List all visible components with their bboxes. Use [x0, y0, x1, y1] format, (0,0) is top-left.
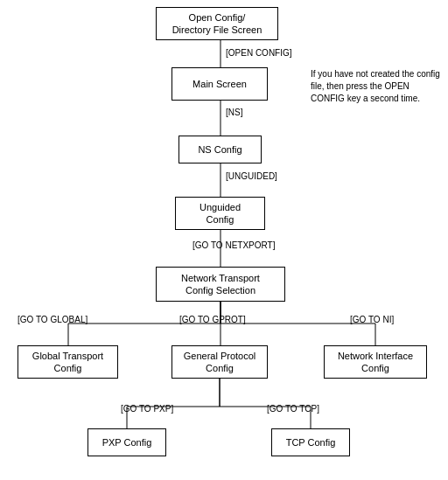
note-text: If you have not created the config file,… — [311, 68, 440, 105]
go-gprot-label: [GO TO GPROT] — [179, 315, 246, 324]
go-netxport-label: [GO TO NETXPORT] — [192, 240, 275, 250]
general-protocol-node: General Protocol Config — [172, 345, 268, 379]
tcp-config-node: TCP Config — [271, 428, 350, 456]
global-transport-node: Global Transport Config — [18, 345, 118, 379]
pxp-config-node: PXP Config — [88, 428, 166, 456]
go-ni-label: [GO TO NI] — [350, 315, 394, 324]
main-screen-node: Main Screen — [172, 67, 268, 101]
go-global-label: [GO TO GLOBAL] — [18, 315, 88, 324]
go-pxp-label: [GO TO PXP] — [121, 404, 173, 414]
go-tcp-label: [GO TO TCP] — [267, 404, 319, 414]
network-interface-node: Network Interface Config — [324, 345, 427, 379]
open-config-label: [OPEN CONFIG] — [226, 48, 292, 58]
diagram: Open Config/ Directory File Screen [OPEN… — [0, 0, 448, 480]
unguided-label: [UNGUIDED] — [226, 171, 277, 181]
network-transport-node: Network Transport Config Selection — [156, 267, 285, 302]
ns-label: [NS] — [226, 108, 242, 117]
ns-config-node: NS Config — [178, 136, 262, 163]
open-config-node: Open Config/ Directory File Screen — [156, 7, 278, 40]
unguided-config-node: Unguided Config — [175, 197, 265, 230]
